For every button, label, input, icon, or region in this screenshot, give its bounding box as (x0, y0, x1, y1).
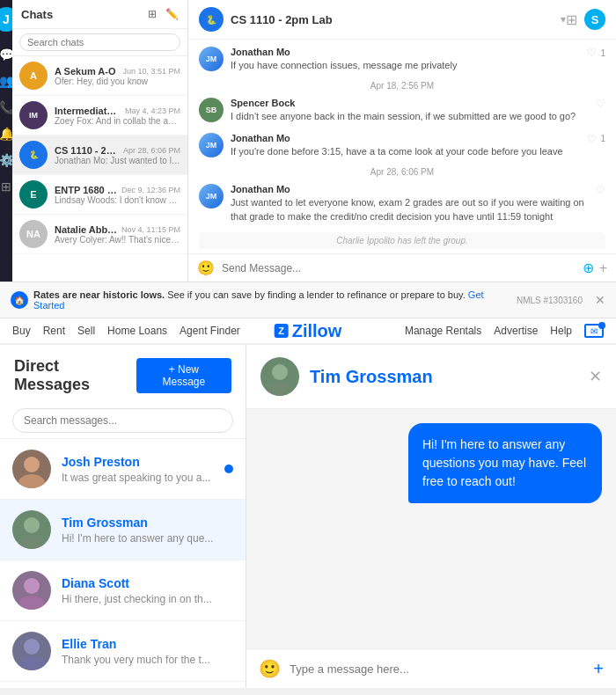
video-call-icon[interactable]: ⊞ (566, 11, 577, 28)
svg-point-3 (18, 535, 45, 549)
nav-manage-rentals[interactable]: Manage Rentals (405, 325, 481, 337)
chat-list-actions: ⊞ ✏️ (145, 7, 179, 21)
dm-message-input[interactable] (290, 662, 584, 676)
emoji-picker-icon[interactable]: 🙂 (259, 658, 281, 679)
like-count: 1 (600, 134, 605, 143)
dm-avatar (12, 450, 51, 488)
chat-item-content: Natalie Abbey Nov 4, 11:15 PM Avery Coly… (55, 224, 180, 245)
dm-item-active[interactable]: Tim Grossman Hi! I'm here to answer any … (0, 500, 246, 560)
heart-icon: ♡ (596, 184, 605, 196)
send-icon[interactable]: ⊕ (583, 260, 594, 276)
dm-item[interactable]: Diana Scott Hi there, just checking in o… (0, 560, 246, 621)
msg-like[interactable]: ♡ 1 (587, 47, 605, 59)
skype-logo: S (584, 9, 605, 30)
zillow-nav: Buy Rent Sell Home Loans Agent Finder Z … (0, 318, 616, 345)
chat-item-content: CS 1110 - 2pm Lab Apr 28, 6:06 PM Jonath… (55, 145, 180, 165)
add-icon[interactable]: + (599, 260, 607, 276)
dm-search-input[interactable] (12, 408, 233, 433)
filter-icon[interactable]: ⊞ (145, 7, 159, 21)
nav-advertise[interactable]: Advertise (494, 325, 538, 337)
nav-help[interactable]: Help (550, 325, 572, 337)
nav-agent-finder[interactable]: Agent Finder (180, 325, 240, 337)
chat-main-header: 🐍 CS 1110 - 2pm Lab ▾ ⊞ S (188, 0, 616, 40)
avatar: A (19, 62, 48, 90)
skype-section: J 💬 👥 📞 🔔 ⚙️ ⊞ Chats ⊞ ✏️ A A Sekum A-O (0, 0, 616, 282)
svg-point-1 (18, 474, 45, 488)
dm-item-name: Josh Preston (62, 455, 217, 469)
svg-point-7 (18, 656, 45, 670)
msg-sender: Jonathan Mo (231, 184, 589, 194)
chat-item-content: ENTP 1680 - Clot... Dec 9, 12:36 PM Lind… (55, 185, 180, 205)
chat-item-preview: Ofer: Hey, did you know (55, 77, 180, 86)
nav-rent[interactable]: Rent (43, 325, 65, 337)
chat-item-name: A Sekum A-O (55, 66, 115, 77)
msg-like[interactable]: ♡ (596, 98, 605, 110)
message-input[interactable] (222, 262, 576, 274)
msg-like[interactable]: ♡ (596, 184, 605, 196)
chat-item-time: Jun 10, 3:51 PM (122, 67, 180, 76)
emoji-icon[interactable]: 🙂 (197, 260, 215, 276)
chat-item[interactable]: IM Intermediate Mir... May 4, 4:23 PM Zo… (12, 96, 187, 135)
banner-text: Rates are near historic lows. See if you… (33, 289, 511, 311)
like-count: 1 (600, 48, 605, 58)
unread-indicator (224, 465, 233, 473)
zillow-nav-wrapper: Buy Rent Sell Home Loans Agent Finder Z … (0, 318, 616, 345)
chat-item-preview: Lindsay Woods: I don't know about photos… (55, 195, 180, 205)
compose-icon[interactable]: ✏️ (165, 7, 179, 21)
chat-item-time: Apr 28, 6:06 PM (123, 146, 180, 155)
message-row: JM Jonathan Mo Just wanted to let everyo… (199, 184, 605, 223)
chat-item-preview: Avery Colyer: Aw!! That's nice of you, t… (55, 235, 180, 245)
chat-item-preview: Zoey Fox: And in collab the answers aren… (55, 116, 180, 126)
banner-close-icon[interactable]: ✕ (595, 293, 605, 307)
msg-text: If you have connection issues, message m… (231, 59, 580, 72)
chat-input-actions: ⊕ + (583, 260, 607, 276)
dm-avatar (12, 571, 51, 610)
nav-buy[interactable]: Buy (12, 325, 31, 337)
mail-icon[interactable]: ✉ (584, 324, 604, 338)
chat-item-name: CS 1110 - 2pm Lab (55, 145, 120, 156)
dm-item-content: Tim Grossman Hi! I'm here to answer any … (62, 516, 233, 545)
zillow-logo[interactable]: Z Zillow (275, 321, 342, 341)
new-message-button[interactable]: + New Message (136, 358, 231, 393)
zillow-banner: 🏠 Rates are near historic lows. See if y… (0, 282, 616, 318)
channel-avatar: 🐍 (199, 7, 224, 32)
dm-header: Direct Messages + New Message (0, 345, 246, 403)
msg-content: Spencer Bock I didn't see anyone back in… (231, 98, 589, 123)
chat-item[interactable]: NA Natalie Abbey Nov 4, 11:15 PM Avery C… (12, 215, 187, 254)
dm-bubble: Hi! I'm here to answer any questions you… (408, 423, 602, 503)
nav-home-loans[interactable]: Home Loans (107, 325, 167, 337)
msg-sender: Spencer Bock (231, 98, 589, 108)
dm-item[interactable]: Josh Preston It was great speaking to yo… (0, 439, 246, 500)
search-input[interactable] (19, 33, 180, 51)
dm-item-name: Diana Scott (62, 576, 233, 590)
heart-icon: ♡ (587, 133, 597, 145)
search-bar (12, 29, 187, 56)
zillow-nav-links: Buy Rent Sell Home Loans Agent Finder (12, 325, 240, 337)
dm-conv-avatar (260, 357, 299, 396)
chat-item-time: Dec 9, 12:36 PM (121, 186, 180, 194)
chat-item[interactable]: A A Sekum A-O Jun 10, 3:51 PM Ofer: Hey,… (12, 56, 187, 96)
chat-item-preview: Jonathan Mo: Just wanted to let everyone… (55, 156, 180, 165)
message-row: JM Jonathan Mo If you're done before 3:1… (199, 133, 605, 158)
dm-item-content: Josh Preston It was great speaking to yo… (62, 455, 217, 484)
avatar: IM (19, 101, 48, 129)
apps-icon[interactable]: ⊞ (1, 179, 11, 194)
msg-like[interactable]: ♡ 1 (587, 133, 605, 145)
svg-point-8 (272, 364, 288, 380)
chat-list-panel: Chats ⊞ ✏️ A A Sekum A-O Jun 10, 3:51 PM… (12, 0, 188, 282)
dm-item[interactable]: Ellie Tran Thank you very much for the t… (0, 621, 246, 682)
msg-text: Just wanted to let everyone know, exam 2… (231, 196, 589, 223)
svg-point-6 (24, 639, 40, 655)
add-attachment-icon[interactable]: + (593, 659, 604, 679)
dm-conv-header: Tim Grossman ✕ (246, 345, 616, 409)
messages-area: JM Jonathan Mo If you have connection is… (188, 40, 616, 253)
chat-list-title: Chats (21, 8, 53, 21)
zillow-nav-right: Manage Rentals Advertise Help ✉ (405, 324, 604, 338)
zillow-dm-section: Direct Messages + New Message Josh Prest… (0, 345, 616, 688)
chat-item-active[interactable]: 🐍 CS 1110 - 2pm Lab Apr 28, 6:06 PM Jona… (12, 135, 187, 175)
msg-avatar: JM (199, 184, 224, 208)
nav-sell[interactable]: Sell (77, 325, 95, 337)
chat-item[interactable]: E ENTP 1680 - Clot... Dec 9, 12:36 PM Li… (12, 175, 187, 215)
close-conversation-icon[interactable]: ✕ (589, 367, 602, 386)
date-divider: Apr 28, 6:06 PM (199, 167, 605, 177)
